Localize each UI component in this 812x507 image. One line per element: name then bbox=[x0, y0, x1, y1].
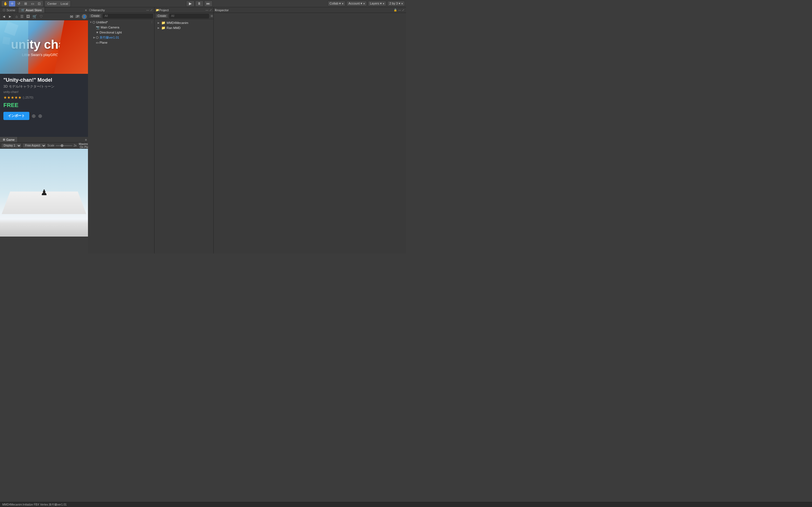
proj-label-ran: Ran MMD bbox=[167, 26, 181, 30]
envelope-icon: ✉ bbox=[70, 14, 73, 19]
hier-label-main-camera: Main Camera bbox=[101, 25, 119, 29]
hierarchy-create-btn[interactable]: Create bbox=[89, 14, 101, 18]
panel-close-btn[interactable]: ≡ bbox=[84, 8, 88, 12]
hier-label-mmd-char: 美竹蘭ver1.01 bbox=[100, 36, 119, 40]
project-create-btn[interactable]: Create bbox=[156, 14, 168, 18]
inspector-title: Inspector bbox=[216, 8, 393, 12]
hierarchy-maximize-btn[interactable]: ⤢ bbox=[150, 8, 153, 12]
project-title: Project bbox=[159, 8, 205, 12]
pivot-group: Center Local bbox=[45, 0, 71, 7]
tab-game[interactable]: ⊞ Game bbox=[0, 137, 18, 142]
hierarchy-item-dir-light[interactable]: ☀ Directional Light bbox=[88, 30, 154, 35]
inspector-lock-btn[interactable]: 🔒 bbox=[393, 8, 398, 12]
scene-options-icon: ⋮ bbox=[151, 21, 153, 24]
asset-info: "Unity-chan!" Model 3D モデル/キャラクター/トゥーン u… bbox=[0, 74, 88, 137]
nav-heart-btn[interactable]: ♡ bbox=[39, 14, 44, 19]
fold-arrow-scene: ▼ bbox=[89, 21, 93, 24]
inspector-minimize-btn[interactable]: — bbox=[398, 8, 402, 12]
hierarchy-content: ▼ ⬡ Untitled* ⋮ 📷 Main Camera ☀ Directio… bbox=[88, 19, 154, 253]
hierarchy-item-mmd-char[interactable]: ▶ ⬡ 美竹蘭ver1.01 bbox=[88, 35, 154, 40]
game-view: ♟ bbox=[0, 149, 88, 237]
hierarchy-item-main-camera[interactable]: 📷 Main Camera bbox=[88, 25, 154, 30]
asset-store-icon: 🛒 bbox=[21, 8, 24, 11]
nav-image-btn[interactable]: 🖼 bbox=[26, 14, 31, 19]
account-dropdown[interactable]: Account ▾ bbox=[347, 1, 367, 6]
scale-slider[interactable] bbox=[56, 145, 72, 146]
plane-icon: ▭ bbox=[96, 41, 99, 45]
avatar: 👤 bbox=[82, 14, 87, 19]
hierarchy-header: ⬡ Hierarchy — ⤢ bbox=[88, 7, 154, 13]
asset-store-content: unity chan! Little Swan's playGROWnd "Un… bbox=[0, 20, 88, 137]
tab-asset-store[interactable]: 🛒 Asset Store bbox=[18, 7, 45, 13]
hierarchy-search[interactable] bbox=[103, 14, 153, 18]
nav-icon-row: ⌂ ☰ 🖼 🛒 ♡ bbox=[15, 14, 44, 19]
folder-icon-mmd4: 📁 bbox=[161, 21, 165, 25]
layout-dropdown[interactable]: 2 by 3 ▾ bbox=[388, 1, 405, 6]
nav-menu-btn[interactable]: ☰ bbox=[19, 14, 24, 19]
hierarchy-item-plane[interactable]: ▭ Plane bbox=[88, 40, 154, 45]
hierarchy-minimize-btn[interactable]: — bbox=[146, 8, 150, 12]
scene-nav-bar: ◀ ▶ ⌂ ☰ 🖼 🛒 ♡ ✉ JP 👤 bbox=[0, 13, 88, 20]
share-btn[interactable]: ⊕ bbox=[38, 113, 42, 119]
nav-cart-btn[interactable]: 🛒 bbox=[32, 14, 38, 19]
asset-category: 3D モデル/キャラクター/トゥーン bbox=[3, 84, 85, 89]
collab-dropdown[interactable]: Collab ▾ bbox=[327, 1, 345, 6]
light-icon: ☀ bbox=[96, 31, 99, 34]
scene-tab-bar: ⬡ Scene 🛒 Asset Store ≡ bbox=[0, 7, 88, 13]
game-panel-close[interactable]: ≡ bbox=[84, 138, 88, 142]
aspect-select[interactable]: Free Aspect bbox=[22, 143, 46, 148]
nav-right: ✉ JP 👤 bbox=[70, 14, 87, 19]
inspector-content bbox=[214, 13, 406, 253]
hierarchy-panel: ⬡ Hierarchy — ⤢ Create ▼ ⬡ Untitled* ⋮ bbox=[88, 7, 154, 253]
nav-back-btn[interactable]: ◀ bbox=[1, 14, 7, 19]
move-tool-btn[interactable]: ✛ bbox=[9, 1, 15, 6]
project-item-mmd4mecanim[interactable]: ▶ 📁 MMD4Mecanim bbox=[154, 20, 213, 25]
rect-tool-btn[interactable]: ▭ bbox=[29, 1, 36, 6]
layers-dropdown[interactable]: Layers ▾ bbox=[368, 1, 386, 6]
pivot-btn[interactable]: Center bbox=[46, 1, 58, 6]
project-maximize-btn[interactable]: ⤢ bbox=[209, 8, 212, 12]
import-btn[interactable]: インポート bbox=[3, 112, 29, 120]
tab-scene[interactable]: ⬡ Scene bbox=[0, 7, 18, 13]
play-btn[interactable]: ▶ bbox=[186, 1, 195, 7]
project-minimize-btn[interactable]: — bbox=[205, 8, 209, 12]
inspector-header: ℹ Inspector 🔒 — ⤢ bbox=[214, 7, 406, 13]
fold-arrow-mmd: ▶ bbox=[93, 36, 96, 39]
pause-btn[interactable]: ⏸ bbox=[195, 1, 204, 7]
fold-arrow-mmd4: ▶ bbox=[157, 21, 160, 24]
project-content: ▶ 📁 MMD4Mecanim ▶ 📁 Ran MMD bbox=[154, 19, 213, 253]
lang-select[interactable]: JP bbox=[74, 14, 81, 18]
project-search[interactable] bbox=[169, 14, 209, 18]
project-toggle-btn[interactable]: ⊞ bbox=[210, 14, 213, 18]
hand-tool-btn[interactable]: ✋ bbox=[2, 1, 8, 6]
transform-tool-btn[interactable]: ⊡ bbox=[36, 1, 42, 6]
scale-value: 2x bbox=[73, 144, 77, 147]
top-toolbar: ✋ ✛ ↺ ⊞ ▭ ⊡ Center Local ▶ ⏸ ⏭ Collab ▾ … bbox=[0, 0, 406, 7]
rotate-tool-btn[interactable]: ↺ bbox=[16, 1, 22, 6]
asset-id: unity-chan! bbox=[3, 90, 85, 94]
space-btn[interactable]: Local bbox=[59, 1, 70, 6]
play-controls: ▶ ⏸ ⏭ bbox=[186, 1, 213, 7]
game-icon: ⊞ bbox=[3, 138, 5, 141]
character-figure: ♟ bbox=[41, 188, 48, 197]
nav-forward-btn[interactable]: ▶ bbox=[7, 14, 13, 19]
inspector-maximize-btn[interactable]: ⤢ bbox=[402, 8, 405, 12]
step-btn[interactable]: ⏭ bbox=[204, 1, 213, 7]
inspector-panel: ℹ Inspector 🔒 — ⤢ bbox=[214, 7, 406, 253]
rating-count: (↓2570) bbox=[23, 96, 33, 99]
star-rating: ★★★★★ (↓2570) bbox=[3, 95, 85, 100]
project-header: 📁 Project — ⤢ bbox=[154, 7, 213, 13]
scene-name: Untitled* bbox=[96, 20, 108, 24]
wishlist-btn[interactable]: ⊕ bbox=[32, 113, 36, 119]
display-select[interactable]: Display 1 bbox=[1, 143, 21, 148]
gameobj-icon: ⬡ bbox=[96, 36, 99, 40]
nav-home-btn[interactable]: ⌂ bbox=[15, 14, 18, 19]
tool-buttons-group: ✋ ✛ ↺ ⊞ ▭ ⊡ bbox=[1, 0, 43, 7]
left-column: ⬡ Scene 🛒 Asset Store ≡ ◀ ▶ ⌂ ☰ 🖼 🛒 ♡ ✉ … bbox=[0, 7, 88, 253]
asset-title: "Unity-chan!" Model bbox=[3, 77, 85, 83]
project-item-ran-mmd[interactable]: ▶ 📁 Ran MMD bbox=[154, 25, 213, 31]
asset-banner: unity chan! Little Swan's playGROWnd bbox=[0, 20, 88, 74]
hierarchy-scene-root[interactable]: ▼ ⬡ Untitled* ⋮ bbox=[88, 20, 154, 25]
fold-arrow-ran: ▶ bbox=[157, 26, 160, 29]
scale-tool-btn[interactable]: ⊞ bbox=[22, 1, 29, 6]
